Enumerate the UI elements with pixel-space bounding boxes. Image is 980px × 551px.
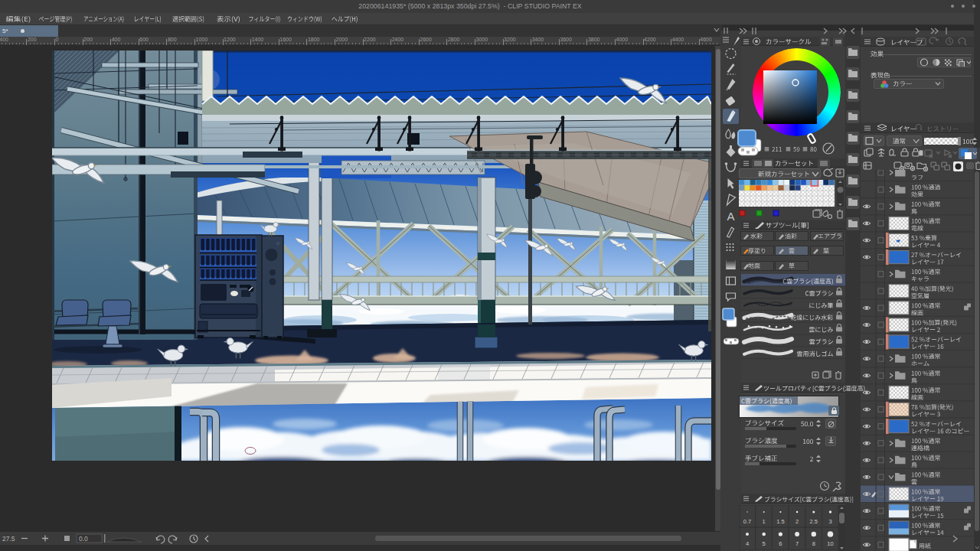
svg-text:5: 5 <box>763 540 766 547</box>
svg-text:1.5: 1.5 <box>776 518 784 525</box>
svg-text:0.7: 0.7 <box>743 518 751 525</box>
svg-text:4: 4 <box>746 540 749 547</box>
svg-text:27.5: 27.5 <box>2 535 15 543</box>
svg-text:A: A <box>727 210 734 223</box>
svg-text:1: 1 <box>763 518 766 525</box>
svg-text:10: 10 <box>827 540 833 547</box>
svg-text:3: 3 <box>828 518 831 525</box>
svg-text:8: 8 <box>812 540 815 547</box>
svg-text:7: 7 <box>795 540 799 547</box>
svg-text:2: 2 <box>795 518 799 525</box>
svg-text:2.5: 2.5 <box>810 518 818 525</box>
svg-text:0.0: 0.0 <box>79 535 88 543</box>
svg-text:6: 6 <box>779 540 782 547</box>
